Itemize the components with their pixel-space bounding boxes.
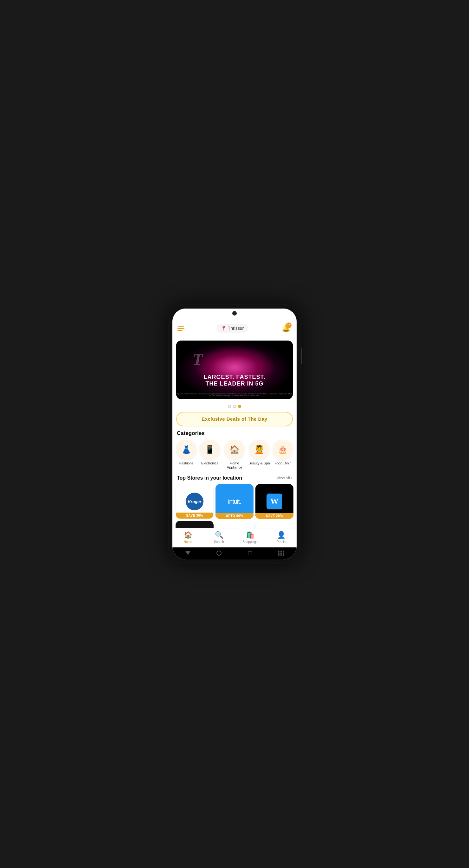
- electronics-label: Electronics: [201, 461, 218, 465]
- main-content: T LARGEST. FASTEST. THE LEADER IN 5G Cap…: [172, 337, 297, 528]
- location-text: Thrissur: [228, 326, 244, 331]
- menu-button[interactable]: [177, 326, 184, 331]
- banner-line2: THE LEADER IN 5G: [203, 380, 265, 387]
- intuit-logo-area: intuit.: [215, 489, 254, 514]
- beauty-spa-icon: 💆: [254, 445, 264, 455]
- nav-shoppings[interactable]: 🛍️ Shoppings: [235, 531, 266, 544]
- bag-icon: 🛍️: [246, 531, 255, 539]
- notification-button[interactable]: 🔔 18: [280, 322, 292, 334]
- apps-button[interactable]: [278, 550, 284, 556]
- category-electronics[interactable]: 📱 Electronics: [199, 440, 221, 469]
- food-icon: 🎂: [277, 445, 288, 455]
- kroger-badge: SAVE 30%: [176, 513, 213, 519]
- store-pro[interactable]: pro: [176, 521, 213, 528]
- home-circle-icon: [216, 551, 222, 556]
- fashions-icon: 👗: [181, 445, 192, 455]
- wish-w-icon: W: [270, 497, 279, 506]
- status-bar: [172, 309, 297, 320]
- beauty-spa-circle: 💆: [250, 440, 269, 459]
- dot-1[interactable]: [228, 405, 231, 408]
- view-all-button[interactable]: View All ›: [277, 476, 292, 480]
- wish-logo-outer: W: [266, 494, 282, 509]
- recents-square-icon: [248, 551, 252, 555]
- back-triangle-icon: [185, 551, 190, 555]
- intuit-badge: UPTO 60%: [215, 513, 254, 519]
- camera-dot: [232, 311, 237, 315]
- recents-button[interactable]: [247, 550, 253, 556]
- wish-badge: SAVE 20%: [256, 513, 293, 519]
- nav-search[interactable]: 🔍 Search: [203, 531, 235, 544]
- food-label: Food Dinir: [275, 461, 291, 465]
- dot-3[interactable]: [238, 405, 241, 408]
- home-appliance-label: Home Appliance: [223, 461, 246, 469]
- phone-frame: 📍 Thrissur 🔔 18 T LARGEST. FASTEST. THE …: [168, 304, 301, 564]
- electronics-circle: 📱: [200, 440, 219, 459]
- blue-card-inner: [216, 521, 253, 528]
- android-nav-bar: [172, 548, 297, 559]
- bottom-nav: 🏠 Home 🔍 Search 🛍️ Shoppings 👤 Profile: [172, 528, 297, 548]
- top-nav: 📍 Thrissur 🔔 18: [172, 320, 297, 337]
- kroger-card-inner: Kroger SAVE 30%: [176, 484, 213, 519]
- intuit-card-inner: intuit. UPTO 60%: [215, 484, 254, 519]
- dot-2[interactable]: [233, 405, 236, 408]
- gauge-card-inner: [256, 521, 293, 528]
- electronics-icon: 📱: [205, 445, 215, 455]
- tmobile-t-icon: T: [193, 350, 203, 369]
- wish-logo-area: W: [256, 489, 293, 514]
- category-beauty-spa[interactable]: 💆 Beauty & Spa: [248, 440, 270, 469]
- apps-grid-icon: [278, 551, 284, 556]
- stores-title: Top Stores in your location: [177, 475, 242, 481]
- intuit-logo: intuit.: [228, 498, 241, 505]
- carousel-dots: [172, 402, 297, 410]
- nav-home[interactable]: 🏠 Home: [172, 531, 203, 544]
- deals-banner-text: Exclusive Deals of The Day: [202, 416, 267, 422]
- power-button: [301, 348, 302, 364]
- categories-title: Categories: [172, 430, 297, 440]
- fashions-circle: 👗: [177, 440, 196, 459]
- nav-shoppings-label: Shoppings: [242, 540, 257, 544]
- kroger-logo: Kroger: [186, 493, 203, 510]
- food-circle: 🎂: [273, 440, 292, 459]
- pro-card-inner: pro: [176, 521, 213, 528]
- search-icon: 🔍: [215, 531, 224, 539]
- kroger-logo-area: Kroger: [176, 490, 213, 514]
- home-appliance-icon: 🏠: [229, 445, 240, 455]
- store-wish[interactable]: W SAVE 20%: [256, 484, 293, 519]
- store-kroger[interactable]: Kroger SAVE 30%: [176, 484, 213, 519]
- nav-home-label: Home: [184, 540, 192, 544]
- category-food-dinin[interactable]: 🎂 Food Dinir: [272, 440, 293, 469]
- banner-line1: LARGEST. FASTEST.: [203, 374, 265, 380]
- phone-screen: 📍 Thrissur 🔔 18 T LARGEST. FASTEST. THE …: [172, 309, 297, 559]
- category-fashions[interactable]: 👗 Fashions: [176, 440, 197, 469]
- category-home-appliance[interactable]: 🏠 Home Appliance: [223, 440, 246, 469]
- notification-badge: 18: [286, 322, 292, 328]
- back-button[interactable]: [185, 550, 191, 556]
- deals-banner[interactable]: Exclusive Deals of The Day: [176, 412, 293, 426]
- promo-banner[interactable]: T LARGEST. FASTEST. THE LEADER IN 5G Cap…: [176, 341, 293, 399]
- banner-fine-print: Capable device required. Fastest accordi…: [176, 393, 293, 397]
- stores-header: Top Stores in your location View All ›: [172, 474, 297, 484]
- beauty-spa-label: Beauty & Spa: [248, 461, 270, 465]
- categories-row: 👗 Fashions 📱 Electronics 🏠 Home Applianc…: [172, 440, 297, 474]
- home-icon: 🏠: [184, 531, 192, 539]
- stores-grid: Kroger SAVE 30% intuit. UPTO 60%: [172, 484, 297, 528]
- nav-search-label: Search: [214, 540, 224, 544]
- banner-background: T LARGEST. FASTEST. THE LEADER IN 5G Cap…: [176, 341, 293, 399]
- store-intuit[interactable]: intuit. UPTO 60%: [215, 484, 254, 519]
- nav-profile-label: Profile: [277, 540, 286, 544]
- profile-icon: 👤: [277, 531, 286, 539]
- home-appliance-circle: 🏠: [225, 440, 244, 459]
- store-gauge[interactable]: [256, 521, 293, 528]
- location-pill[interactable]: 📍 Thrissur: [216, 324, 248, 333]
- wish-card-inner: W SAVE 20%: [256, 484, 293, 519]
- store-blue[interactable]: [215, 521, 254, 528]
- banner-text-block: LARGEST. FASTEST. THE LEADER IN 5G: [203, 374, 265, 387]
- fashions-label: Fashions: [179, 461, 194, 465]
- location-pin-icon: 📍: [221, 326, 226, 331]
- nav-profile[interactable]: 👤 Profile: [266, 531, 297, 544]
- home-button[interactable]: [216, 550, 222, 556]
